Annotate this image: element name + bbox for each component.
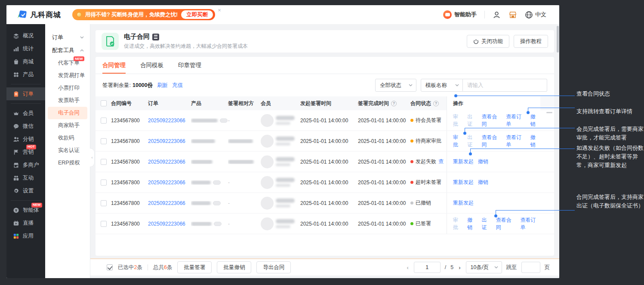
sidebar-item-products[interactable]: 产品	[6, 68, 45, 81]
action-view-contract[interactable]: 查看合同	[496, 217, 516, 231]
order-link[interactable]: 2025092223066	[148, 180, 185, 186]
annotation-dot	[527, 111, 530, 114]
sidebar-item-agent[interactable]: 智能体 NEW	[6, 204, 45, 217]
action-revoke[interactable]: 撤销	[478, 179, 488, 186]
footer-checkbox[interactable]	[107, 264, 113, 270]
disable-feature-button[interactable]: 关闭功能	[467, 35, 509, 48]
annotation-line	[457, 96, 575, 96]
order-link[interactable]: 2025092223066	[148, 200, 185, 206]
action-view-contract[interactable]: 查看合同	[482, 134, 502, 149]
action-revoke[interactable]: 撤销	[478, 158, 488, 165]
sidebar-item-stats[interactable]: 统计	[6, 42, 45, 55]
language-label: 中文	[535, 11, 546, 19]
row-checkbox[interactable]	[101, 221, 107, 227]
page-size-select[interactable]: 10条/页	[466, 261, 502, 273]
tab-seal-management[interactable]: 印章管理	[178, 57, 201, 74]
row-checkbox[interactable]	[101, 118, 107, 124]
tab-contract-template[interactable]: 合同模板	[140, 57, 163, 74]
batch-sign-button[interactable]: 批量签署	[177, 261, 212, 273]
ai-assistant-button[interactable]: 智能助手	[443, 10, 477, 19]
sidebar-item-apps[interactable]: 应用	[6, 229, 45, 242]
order-link[interactable]: 2025092223066	[148, 159, 185, 165]
submenu-group-tools[interactable]: 配套工具	[45, 44, 90, 57]
search-input[interactable]	[463, 79, 547, 92]
brand-logo[interactable]: 凡科商城	[16, 9, 61, 20]
order-link[interactable]: 2025092223066	[148, 138, 185, 144]
pagination: ‹ / 5 › 10条/页 跳至 页	[406, 261, 550, 273]
search-field-select[interactable]: 模板名称	[421, 79, 463, 92]
sidebar-item-interaction[interactable]: 互动	[6, 171, 45, 184]
store-button[interactable]	[508, 11, 517, 19]
window-scrollbar[interactable]	[557, 26, 559, 53]
promo-banner[interactable]: 用得不错? 买断终身使用，免续费之忧! 立即买断	[72, 9, 215, 20]
sidebar-item-mall[interactable]: 商城	[6, 55, 45, 68]
current-page-input[interactable]	[414, 262, 441, 273]
cell-member	[261, 114, 300, 127]
submenu-item-realname[interactable]: 实名认证	[48, 144, 87, 157]
action-view-order[interactable]: 查看订单	[506, 113, 526, 128]
submenu-item-invoice[interactable]: 发票助手	[48, 94, 87, 107]
order-link[interactable]: 2025092223066	[148, 118, 185, 124]
action-relaunch[interactable]: 重新发起	[453, 199, 474, 207]
contract-table: 合同编号 订单 产品 签署相对方 会员 发起签署时间 签署完成时间 ? 合	[96, 96, 554, 234]
recharge-link[interactable]: 充值	[172, 82, 183, 89]
row-checkbox[interactable]	[101, 180, 107, 186]
sidebar-item-label: 应用	[23, 232, 34, 240]
action-revoke[interactable]: 撤销	[530, 134, 540, 149]
sidebar-item-multimerchant[interactable]: 多商户	[6, 158, 45, 171]
language-switcher[interactable]: 中文	[525, 11, 546, 19]
tutorial-button[interactable]: 操作教程	[514, 35, 548, 48]
status-filter-select[interactable]: 全部状态	[375, 79, 416, 92]
action-revoke[interactable]: 撤销	[530, 113, 540, 128]
table-scrollbar[interactable]	[546, 112, 552, 113]
action-view-contract[interactable]: 查看合同	[482, 113, 502, 128]
row-checkbox[interactable]	[101, 200, 107, 206]
action-approve[interactable]: 审批	[453, 134, 463, 149]
submenu-item-proxy-order[interactable]: 代客下单 NEW	[48, 57, 87, 69]
action-approve[interactable]: 审批	[453, 113, 463, 128]
row-checkbox[interactable]	[101, 159, 107, 165]
sidebar-item-marketing[interactable]: 营销 HOT	[6, 146, 45, 158]
action-view-order[interactable]: 查看订单	[506, 134, 526, 149]
action-relaunch[interactable]: 重新发起	[453, 158, 474, 165]
row-checkbox[interactable]	[101, 138, 107, 144]
submenu-group-orders[interactable]: 订单	[45, 31, 90, 44]
sidebar-item-wechat[interactable]: 微信	[6, 120, 45, 133]
batch-revoke-button[interactable]: 批量撤销	[217, 261, 251, 273]
buyout-button[interactable]: 立即买断	[181, 10, 213, 19]
help-icon[interactable]: ?	[433, 101, 439, 106]
order-link[interactable]: 2025092223066	[148, 221, 185, 227]
truncated-link[interactable]: 查	[438, 158, 444, 165]
jump-page-input[interactable]	[521, 262, 540, 273]
help-icon[interactable]: ?	[391, 101, 397, 106]
account-button[interactable]	[493, 11, 501, 19]
next-page-arrow[interactable]: ›	[458, 264, 461, 271]
sidebar-item-live[interactable]: 直播	[6, 217, 45, 229]
action-certificate[interactable]: 出证	[467, 134, 477, 149]
export-contract-button[interactable]: 导出合同	[256, 261, 291, 273]
submenu-item-erp[interactable]: ERP授权	[48, 157, 87, 169]
submenu-item-econtract[interactable]: 电子合同	[48, 107, 87, 119]
tab-contract-management[interactable]: 合同管理	[102, 57, 126, 74]
action-certificate[interactable]: 出证	[467, 113, 477, 128]
select-all-checkbox[interactable]	[101, 100, 107, 106]
submenu-item-merchant-helper[interactable]: 商家助手	[48, 119, 87, 132]
refresh-link[interactable]: 刷新	[157, 82, 168, 89]
action-view-order[interactable]: 查看订单	[520, 217, 540, 231]
action-relaunch[interactable]: 重新发起	[453, 179, 474, 186]
submenu-item-payment-code[interactable]: 收款码	[48, 132, 87, 144]
sidebar-item-settings[interactable]: 设置	[6, 184, 45, 197]
chart-icon	[13, 46, 19, 52]
sidebar-item-members[interactable]: 会员	[6, 107, 45, 120]
sidebar-item-orders[interactable]: 订单	[6, 87, 45, 100]
sidebar-item-overview[interactable]: 概况	[6, 29, 45, 42]
action-approve[interactable]: 审批	[453, 217, 463, 231]
action-revoke[interactable]: 撤销	[467, 217, 477, 231]
submenu-item-shipping[interactable]: 发货易打单	[48, 69, 87, 82]
promo-close-icon[interactable]: ×	[218, 7, 221, 13]
sidebar-item-distribution[interactable]: 分销	[6, 133, 45, 146]
sidebar-collapse-handle[interactable]: ‹	[90, 148, 95, 167]
action-certificate[interactable]: 出证	[482, 217, 492, 231]
submenu-item-receipt-print[interactable]: 小票打印	[48, 82, 87, 94]
prev-page-arrow[interactable]: ‹	[406, 264, 409, 271]
